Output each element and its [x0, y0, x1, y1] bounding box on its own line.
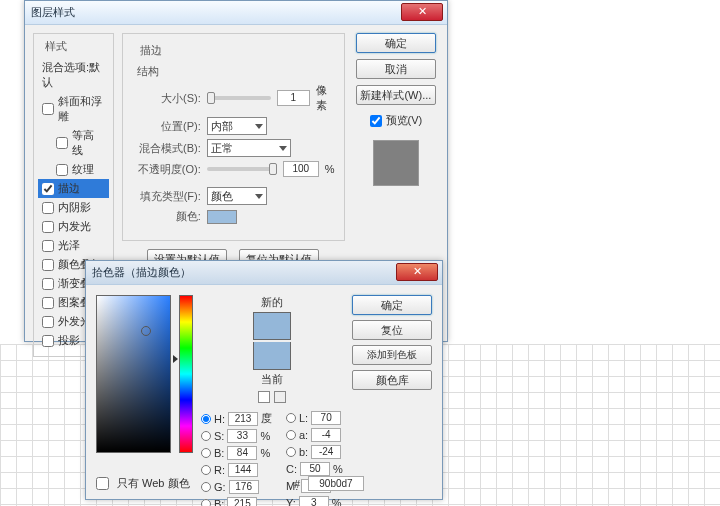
- color-ring: [141, 326, 151, 336]
- color-lib-button[interactable]: 颜色库: [352, 370, 432, 390]
- close-icon[interactable]: ✕: [396, 263, 438, 281]
- num-input[interactable]: 70: [311, 411, 341, 425]
- cube-icon[interactable]: [274, 391, 286, 403]
- num-row: a:-4: [286, 428, 344, 442]
- size-input[interactable]: 1: [277, 90, 310, 106]
- hex-input[interactable]: 90b0d7: [308, 476, 364, 491]
- opacity-label: 不透明度(O):: [131, 162, 201, 177]
- style-item-1[interactable]: 等高线: [38, 126, 109, 160]
- chevron-down-icon: [255, 124, 263, 129]
- ok-button[interactable]: 确定: [356, 33, 436, 53]
- blendmode-combo[interactable]: 正常: [207, 139, 291, 157]
- num-input[interactable]: 215: [227, 497, 257, 506]
- hue-slider[interactable]: [179, 295, 193, 453]
- opacity-input[interactable]: 100: [283, 161, 319, 177]
- num-row: H:213度: [201, 411, 272, 426]
- num-input[interactable]: 144: [228, 463, 258, 477]
- preview-swatch: [373, 140, 419, 186]
- picker-title: 拾色器（描边颜色）: [92, 265, 191, 280]
- web-only-checkbox[interactable]: [96, 477, 109, 490]
- stroke-color-swatch[interactable]: [207, 210, 237, 224]
- num-row: B:215: [201, 497, 272, 506]
- cancel-button[interactable]: 取消: [356, 59, 436, 79]
- color-picker-window: 拾色器（描边颜色） ✕ 新的 当前 H:213度S:33%B:84%R:144G…: [85, 260, 443, 500]
- opacity-slider[interactable]: [207, 167, 277, 171]
- position-label: 位置(P):: [131, 119, 201, 134]
- current-label: 当前: [261, 372, 283, 387]
- size-label: 大小(S):: [131, 91, 201, 106]
- blend-default[interactable]: 混合选项:默认: [38, 58, 109, 92]
- style-item-0[interactable]: 斜面和浮雕: [38, 92, 109, 126]
- new-label: 新的: [261, 295, 283, 310]
- style-item-5[interactable]: 内发光: [38, 217, 109, 236]
- style-item-2[interactable]: 纹理: [38, 160, 109, 179]
- position-combo[interactable]: 内部: [207, 117, 267, 135]
- close-icon[interactable]: ✕: [401, 3, 443, 21]
- current-color-box[interactable]: [253, 342, 291, 370]
- num-input[interactable]: 33: [227, 429, 257, 443]
- stroke-group-title: 描边: [137, 43, 165, 58]
- color-label: 颜色:: [131, 209, 201, 224]
- size-unit: 像素: [316, 83, 336, 113]
- chevron-down-icon: [255, 194, 263, 199]
- num-row: L:70: [286, 411, 344, 425]
- add-swatch-button[interactable]: 添加到色板: [352, 345, 432, 365]
- num-input[interactable]: -4: [311, 428, 341, 442]
- filltype-label: 填充类型(F):: [131, 189, 201, 204]
- style-item-3[interactable]: 描边: [38, 179, 109, 198]
- opacity-unit: %: [325, 163, 335, 175]
- picker-ok-button[interactable]: 确定: [352, 295, 432, 315]
- styles-group-title: 样式: [42, 39, 70, 54]
- num-input[interactable]: 213: [228, 412, 258, 426]
- num-row: R:144: [201, 463, 272, 477]
- picker-cancel-button[interactable]: 复位: [352, 320, 432, 340]
- style-item-6[interactable]: 光泽: [38, 236, 109, 255]
- preview-checkbox[interactable]: 预览(V): [366, 111, 427, 130]
- num-input[interactable]: 84: [227, 446, 257, 460]
- color-field[interactable]: [96, 295, 171, 453]
- chevron-down-icon: [279, 146, 287, 151]
- num-input[interactable]: -24: [311, 445, 341, 459]
- layer-style-title: 图层样式: [31, 5, 75, 20]
- stroke-fieldset: 描边 结构 大小(S): 1 像素 位置(P): 内部 混合模式(B): 正常: [122, 33, 345, 241]
- num-row: C:50%: [286, 462, 344, 476]
- struct-label: 结构: [137, 64, 336, 79]
- size-slider[interactable]: [207, 96, 271, 100]
- new-style-button[interactable]: 新建样式(W)...: [356, 85, 436, 105]
- filltype-combo[interactable]: 颜色: [207, 187, 267, 205]
- num-row: B:84%: [201, 446, 272, 460]
- warn-icon[interactable]: [258, 391, 270, 403]
- num-input[interactable]: 3: [299, 496, 329, 506]
- num-row: S:33%: [201, 429, 272, 443]
- new-color-box[interactable]: [253, 312, 291, 340]
- style-item-4[interactable]: 内阴影: [38, 198, 109, 217]
- num-input[interactable]: 50: [300, 462, 330, 476]
- picker-titlebar[interactable]: 拾色器（描边颜色） ✕: [86, 261, 442, 285]
- num-row: Y:3%: [286, 496, 344, 506]
- web-only-label: 只有 Web 颜色: [117, 476, 190, 491]
- hue-marker: [173, 355, 178, 363]
- hex-label: #: [294, 478, 300, 490]
- layer-style-titlebar[interactable]: 图层样式 ✕: [25, 1, 447, 25]
- blendmode-label: 混合模式(B):: [131, 141, 201, 156]
- num-row: b:-24: [286, 445, 344, 459]
